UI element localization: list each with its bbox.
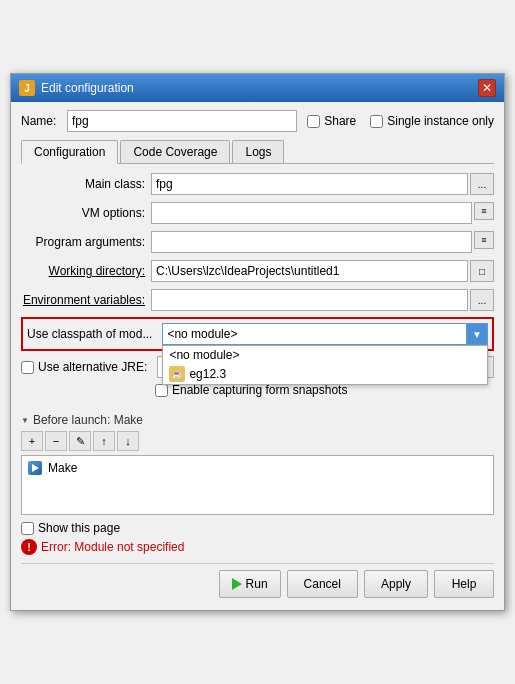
main-class-browse-button[interactable]: ... (470, 173, 494, 195)
title-bar-left: J Edit configuration (19, 80, 134, 96)
program-args-icon-button[interactable]: ≡ (474, 231, 494, 249)
share-label: Share (324, 114, 356, 128)
vm-options-input[interactable] (151, 202, 472, 224)
working-dir-input[interactable] (151, 260, 468, 282)
env-vars-input[interactable] (151, 289, 468, 311)
main-class-input-group: ... (151, 173, 494, 195)
before-launch-header: ▼ Before launch: Make (21, 413, 494, 427)
make-icon (28, 461, 42, 475)
error-row: ! Error: Module not specified (21, 539, 494, 555)
run-button[interactable]: Run (219, 570, 281, 598)
remove-launch-task-button[interactable]: − (45, 431, 67, 451)
single-instance-checkbox-label[interactable]: Single instance only (370, 114, 494, 128)
before-launch-section: ▼ Before launch: Make + − ✎ ↑ ↓ Make (21, 413, 494, 515)
tab-code-coverage[interactable]: Code Coverage (120, 140, 230, 163)
cancel-button[interactable]: Cancel (287, 570, 358, 598)
move-up-launch-task-button[interactable]: ↑ (93, 431, 115, 451)
program-args-input-group: ≡ (151, 231, 494, 253)
dialog-icon: J (19, 80, 35, 96)
program-args-label: Program arguments: (21, 235, 151, 249)
error-text: Error: Module not specified (41, 540, 184, 554)
working-dir-label: Working directory: (21, 264, 151, 278)
name-label: Name: (21, 114, 61, 128)
alt-jre-checkbox[interactable] (21, 361, 34, 374)
edit-configuration-dialog: J Edit configuration ✕ Name: Share Singl… (10, 73, 505, 611)
alt-jre-label-group: Use alternative JRE: (21, 360, 153, 374)
show-page-label[interactable]: Show this page (21, 521, 120, 535)
env-vars-browse-button[interactable]: ... (470, 289, 494, 311)
jre-icon: ☕ (169, 366, 185, 382)
title-bar: J Edit configuration ✕ (11, 74, 504, 102)
move-down-launch-task-button[interactable]: ↓ (117, 431, 139, 451)
working-dir-browse-button[interactable]: □ (470, 260, 494, 282)
bottom-row: Show this page (21, 521, 494, 535)
before-launch-list: Make (21, 455, 494, 515)
capture-snapshots-checkbox[interactable] (155, 384, 168, 397)
form-section: Main class: ... VM options: ≡ Program ar… (21, 172, 494, 397)
error-icon: ! (21, 539, 37, 555)
help-button[interactable]: Help (434, 570, 494, 598)
dropdown-item-eg123-label: eg12.3 (189, 367, 226, 381)
vm-options-input-group: ≡ (151, 202, 494, 224)
show-page-checkbox[interactable] (21, 522, 34, 535)
name-input[interactable] (67, 110, 297, 132)
tab-logs[interactable]: Logs (232, 140, 284, 163)
main-class-row: Main class: ... (21, 172, 494, 196)
working-dir-row: Working directory: □ (21, 259, 494, 283)
share-checkbox-label[interactable]: Share (307, 114, 356, 128)
classpath-row: Use classpath of mod... ▼ <no module> ☕ … (27, 323, 488, 345)
collapse-triangle-icon: ▼ (21, 416, 29, 425)
capture-snapshots-label: Enable capturing form snapshots (172, 383, 347, 397)
dropdown-item-eg123[interactable]: ☕ eg12.3 (163, 364, 487, 384)
dialog-body: Name: Share Single instance only Configu… (11, 102, 504, 610)
name-row: Name: Share Single instance only (21, 110, 494, 132)
classpath-dropdown-wrapper: ▼ <no module> ☕ eg12.3 (162, 323, 488, 345)
show-page-text: Show this page (38, 521, 120, 535)
apply-button[interactable]: Apply (364, 570, 428, 598)
list-item[interactable]: Make (26, 460, 489, 476)
single-instance-label: Single instance only (387, 114, 494, 128)
classpath-label: Use classpath of mod... (27, 327, 158, 341)
single-instance-checkbox[interactable] (370, 115, 383, 128)
make-item-label: Make (48, 461, 77, 475)
main-class-input[interactable] (151, 173, 468, 195)
dropdown-item-no-module[interactable]: <no module> (163, 346, 487, 364)
run-button-label: Run (246, 577, 268, 591)
env-vars-label: Environment variables: (21, 293, 151, 307)
run-triangle-icon (232, 578, 242, 590)
dialog-title: Edit configuration (41, 81, 134, 95)
close-button[interactable]: ✕ (478, 79, 496, 97)
classpath-dropdown-menu: <no module> ☕ eg12.3 (162, 345, 488, 385)
share-checkbox[interactable] (307, 115, 320, 128)
add-launch-task-button[interactable]: + (21, 431, 43, 451)
classpath-section: Use classpath of mod... ▼ <no module> ☕ … (21, 317, 494, 351)
vm-options-row: VM options: ≡ (21, 201, 494, 225)
tab-configuration[interactable]: Configuration (21, 140, 118, 164)
alt-jre-label: Use alternative JRE: (38, 360, 147, 374)
working-dir-input-group: □ (151, 260, 494, 282)
tabs: Configuration Code Coverage Logs (21, 140, 494, 164)
program-args-input[interactable] (151, 231, 472, 253)
main-class-label: Main class: (21, 177, 151, 191)
before-launch-title: Before launch: Make (33, 413, 143, 427)
before-launch-toolbar: + − ✎ ↑ ↓ (21, 431, 494, 451)
classpath-dropdown-input[interactable] (162, 323, 488, 345)
env-vars-input-group: ... (151, 289, 494, 311)
env-vars-row: Environment variables: ... (21, 288, 494, 312)
vm-options-label: VM options: (21, 206, 151, 220)
checkbox-group: Share Single instance only (307, 114, 494, 128)
button-row: Run Cancel Apply Help (21, 563, 494, 602)
svg-marker-0 (32, 464, 39, 472)
vm-options-icon-button[interactable]: ≡ (474, 202, 494, 220)
classpath-dropdown-arrow[interactable]: ▼ (466, 323, 488, 345)
program-args-row: Program arguments: ≡ (21, 230, 494, 254)
capture-snapshots-row: Enable capturing form snapshots (21, 383, 494, 397)
edit-launch-task-button[interactable]: ✎ (69, 431, 91, 451)
